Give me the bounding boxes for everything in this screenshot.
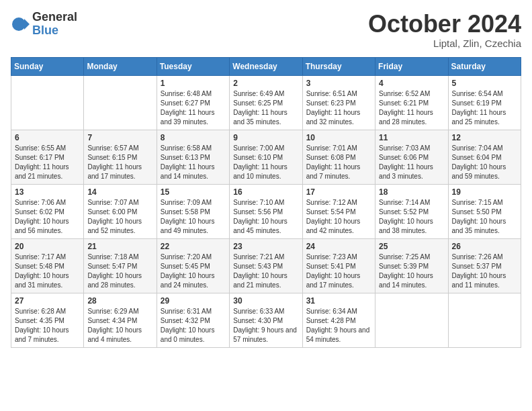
day-info: Sunrise: 7:15 AM Sunset: 5:50 PM Dayligh… [452, 198, 517, 236]
month-title: October 2024 [368, 11, 521, 38]
calendar-cell [375, 293, 448, 347]
calendar-week-row: 6Sunrise: 6:55 AM Sunset: 6:17 PM Daylig… [11, 130, 521, 184]
calendar-cell: 2Sunrise: 6:49 AM Sunset: 6:25 PM Daylig… [230, 75, 302, 130]
calendar-cell: 26Sunrise: 7:26 AM Sunset: 5:37 PM Dayli… [448, 238, 521, 293]
day-of-week-friday: Friday [375, 57, 448, 75]
logo-general-text: General [32, 11, 77, 24]
calendar-cell: 23Sunrise: 7:21 AM Sunset: 5:43 PM Dayli… [230, 238, 302, 293]
svg-point-0 [12, 17, 26, 31]
day-info: Sunrise: 7:21 AM Sunset: 5:43 PM Dayligh… [233, 253, 298, 290]
day-info: Sunrise: 6:54 AM Sunset: 6:19 PM Dayligh… [452, 89, 517, 127]
day-info: Sunrise: 7:06 AM Sunset: 6:02 PM Dayligh… [15, 198, 80, 236]
calendar-cell: 5Sunrise: 6:54 AM Sunset: 6:19 PM Daylig… [448, 75, 521, 130]
calendar-body: 1Sunrise: 6:48 AM Sunset: 6:27 PM Daylig… [11, 75, 521, 347]
day-info: Sunrise: 7:00 AM Sunset: 6:10 PM Dayligh… [233, 144, 298, 181]
day-number: 5 [452, 79, 517, 88]
calendar-cell: 22Sunrise: 7:20 AM Sunset: 5:45 PM Dayli… [157, 238, 229, 293]
calendar-cell: 11Sunrise: 7:03 AM Sunset: 6:06 PM Dayli… [375, 130, 448, 184]
day-number: 7 [87, 133, 152, 142]
day-number: 4 [379, 79, 444, 88]
day-number: 1 [161, 79, 226, 88]
day-info: Sunrise: 6:49 AM Sunset: 6:25 PM Dayligh… [233, 89, 298, 127]
logo-blue-text: Blue [32, 24, 77, 38]
day-info: Sunrise: 6:51 AM Sunset: 6:23 PM Dayligh… [306, 89, 371, 127]
calendar-cell [448, 293, 521, 347]
calendar-cell: 16Sunrise: 7:10 AM Sunset: 5:56 PM Dayli… [230, 184, 302, 238]
calendar-cell: 7Sunrise: 6:57 AM Sunset: 6:15 PM Daylig… [84, 130, 157, 184]
day-info: Sunrise: 7:17 AM Sunset: 5:48 PM Dayligh… [15, 253, 80, 290]
day-info: Sunrise: 7:23 AM Sunset: 5:41 PM Dayligh… [306, 253, 371, 290]
day-number: 21 [87, 242, 152, 251]
calendar-cell: 31Sunrise: 6:34 AM Sunset: 4:28 PM Dayli… [302, 293, 375, 347]
day-number: 29 [161, 296, 226, 306]
logo: General Blue [11, 11, 77, 38]
day-number: 13 [15, 187, 80, 197]
calendar-cell: 27Sunrise: 6:28 AM Sunset: 4:35 PM Dayli… [11, 293, 84, 347]
calendar-week-row: 1Sunrise: 6:48 AM Sunset: 6:27 PM Daylig… [11, 75, 521, 130]
day-of-week-tuesday: Tuesday [157, 57, 229, 75]
calendar-cell: 6Sunrise: 6:55 AM Sunset: 6:17 PM Daylig… [11, 130, 84, 184]
day-info: Sunrise: 7:04 AM Sunset: 6:04 PM Dayligh… [452, 144, 517, 181]
calendar-cell: 10Sunrise: 7:01 AM Sunset: 6:08 PM Dayli… [302, 130, 375, 184]
day-number: 10 [306, 133, 371, 142]
day-number: 18 [379, 187, 444, 197]
day-info: Sunrise: 7:01 AM Sunset: 6:08 PM Dayligh… [306, 144, 371, 181]
calendar-cell: 29Sunrise: 6:31 AM Sunset: 4:32 PM Dayli… [157, 293, 229, 347]
day-of-week-saturday: Saturday [448, 57, 521, 75]
day-of-week-thursday: Thursday [302, 57, 375, 75]
day-info: Sunrise: 6:33 AM Sunset: 4:30 PM Dayligh… [233, 307, 298, 345]
day-info: Sunrise: 7:20 AM Sunset: 5:45 PM Dayligh… [161, 253, 226, 290]
day-info: Sunrise: 6:55 AM Sunset: 6:17 PM Dayligh… [15, 144, 80, 181]
day-number: 22 [161, 242, 226, 251]
calendar-cell: 25Sunrise: 7:25 AM Sunset: 5:39 PM Dayli… [375, 238, 448, 293]
day-number: 16 [233, 187, 298, 197]
day-info: Sunrise: 6:48 AM Sunset: 6:27 PM Dayligh… [161, 89, 226, 127]
day-info: Sunrise: 7:25 AM Sunset: 5:39 PM Dayligh… [379, 253, 444, 290]
calendar-cell: 4Sunrise: 6:52 AM Sunset: 6:21 PM Daylig… [375, 75, 448, 130]
day-number: 12 [452, 133, 517, 142]
day-info: Sunrise: 7:07 AM Sunset: 6:00 PM Dayligh… [87, 198, 152, 236]
calendar-cell: 28Sunrise: 6:29 AM Sunset: 4:34 PM Dayli… [84, 293, 157, 347]
day-number: 15 [161, 187, 226, 197]
day-number: 11 [379, 133, 444, 142]
calendar-cell: 18Sunrise: 7:14 AM Sunset: 5:52 PM Dayli… [375, 184, 448, 238]
location: Liptal, Zlin, Czechia [368, 38, 521, 49]
day-info: Sunrise: 6:58 AM Sunset: 6:13 PM Dayligh… [161, 144, 226, 181]
day-number: 26 [452, 242, 517, 251]
calendar-cell: 12Sunrise: 7:04 AM Sunset: 6:04 PM Dayli… [448, 130, 521, 184]
day-number: 2 [233, 79, 298, 88]
day-number: 9 [233, 133, 298, 142]
day-number: 30 [233, 296, 298, 306]
calendar-week-row: 13Sunrise: 7:06 AM Sunset: 6:02 PM Dayli… [11, 184, 521, 238]
day-number: 28 [87, 296, 152, 306]
day-number: 31 [306, 296, 371, 306]
day-info: Sunrise: 7:12 AM Sunset: 5:54 PM Dayligh… [306, 198, 371, 236]
day-number: 8 [161, 133, 226, 142]
day-info: Sunrise: 7:03 AM Sunset: 6:06 PM Dayligh… [379, 144, 444, 181]
day-number: 17 [306, 187, 371, 197]
calendar-cell: 1Sunrise: 6:48 AM Sunset: 6:27 PM Daylig… [157, 75, 229, 130]
day-info: Sunrise: 6:28 AM Sunset: 4:35 PM Dayligh… [15, 307, 80, 345]
day-info: Sunrise: 7:26 AM Sunset: 5:37 PM Dayligh… [452, 253, 517, 290]
day-info: Sunrise: 7:14 AM Sunset: 5:52 PM Dayligh… [379, 198, 444, 236]
calendar-cell: 3Sunrise: 6:51 AM Sunset: 6:23 PM Daylig… [302, 75, 375, 130]
calendar-week-row: 20Sunrise: 7:17 AM Sunset: 5:48 PM Dayli… [11, 238, 521, 293]
day-number: 27 [15, 296, 80, 306]
day-number: 6 [15, 133, 80, 142]
day-info: Sunrise: 6:29 AM Sunset: 4:34 PM Dayligh… [87, 307, 152, 345]
calendar-cell: 30Sunrise: 6:33 AM Sunset: 4:30 PM Dayli… [230, 293, 302, 347]
calendar-week-row: 27Sunrise: 6:28 AM Sunset: 4:35 PM Dayli… [11, 293, 521, 347]
day-info: Sunrise: 7:18 AM Sunset: 5:47 PM Dayligh… [87, 253, 152, 290]
calendar-cell: 19Sunrise: 7:15 AM Sunset: 5:50 PM Dayli… [448, 184, 521, 238]
calendar-cell [11, 75, 84, 130]
calendar-cell: 21Sunrise: 7:18 AM Sunset: 5:47 PM Dayli… [84, 238, 157, 293]
day-number: 20 [15, 242, 80, 251]
day-of-week-wednesday: Wednesday [230, 57, 302, 75]
title-section: October 2024 Liptal, Zlin, Czechia [368, 11, 521, 49]
calendar: SundayMondayTuesdayWednesdayThursdayFrid… [11, 57, 521, 348]
day-info: Sunrise: 7:09 AM Sunset: 5:58 PM Dayligh… [161, 198, 226, 236]
day-number: 19 [452, 187, 517, 197]
day-info: Sunrise: 6:57 AM Sunset: 6:15 PM Dayligh… [87, 144, 152, 181]
calendar-cell: 14Sunrise: 7:07 AM Sunset: 6:00 PM Dayli… [84, 184, 157, 238]
calendar-cell: 8Sunrise: 6:58 AM Sunset: 6:13 PM Daylig… [157, 130, 229, 184]
